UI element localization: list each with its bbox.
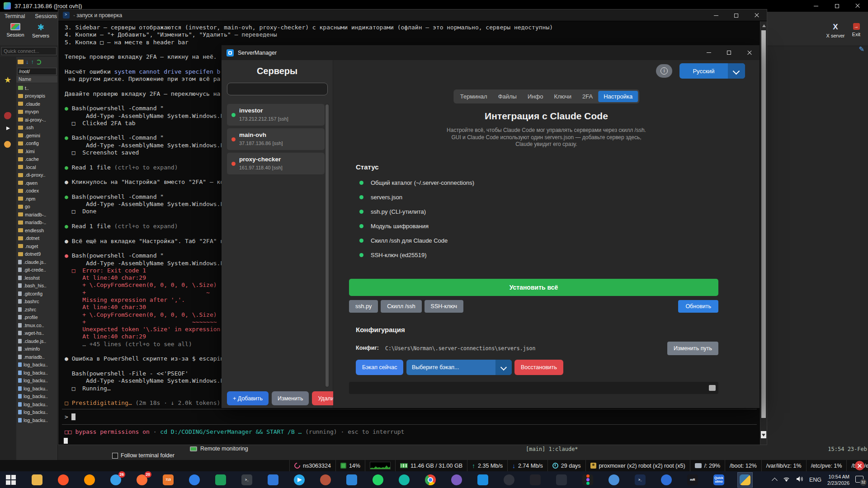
file-row[interactable]: .profile <box>16 314 57 322</box>
taskbar-icon-firefox-dev[interactable]: 20 <box>135 473 149 487</box>
change-path-button[interactable]: Изменить путь <box>667 342 718 355</box>
notification-dot-icon[interactable] <box>4 141 11 148</box>
file-row[interactable]: endlessh <box>16 226 57 235</box>
taskbar-icon-terminal-app[interactable]: >_ <box>240 473 254 487</box>
file-row[interactable]: log_backu.. <box>16 377 57 385</box>
scroll-down-icon[interactable] <box>761 431 766 438</box>
file-row[interactable]: myvpn <box>16 108 57 116</box>
taskbar-icon-viber[interactable] <box>449 473 464 487</box>
file-row[interactable]: mariadb-.. <box>16 211 57 219</box>
path-input[interactable] <box>17 68 57 75</box>
backup-select[interactable]: Выберите бэкап... <box>406 360 512 375</box>
file-row[interactable]: .viminfo <box>16 345 57 353</box>
info-button[interactable] <box>656 64 672 78</box>
file-row[interactable]: .dotnet <box>16 235 57 243</box>
sm-minimize-button[interactable] <box>698 45 719 60</box>
edit-pencil-icon[interactable]: ✎ <box>859 45 864 53</box>
file-row[interactable]: go <box>16 203 57 211</box>
maximize-button[interactable] <box>826 0 847 12</box>
file-row[interactable]: .bash_his.. <box>16 282 57 290</box>
scrollbar-thumb[interactable] <box>326 104 329 387</box>
terminal-minimize-button[interactable] <box>706 9 726 21</box>
file-row[interactable]: .wget-hs.. <box>16 329 57 338</box>
server-item-proxy-checker[interactable]: proxy-checker161.97.118.40 [ssh] <box>227 153 325 174</box>
file-row[interactable]: .local <box>16 163 57 171</box>
menu-terminal[interactable]: Terminal <box>5 13 25 19</box>
file-row[interactable]: .gitconfig <box>16 290 57 298</box>
sm-maximize-button[interactable] <box>719 45 739 60</box>
servers-button[interactable]: Servers <box>28 23 53 38</box>
taskbar-icon-figma[interactable] <box>580 473 595 487</box>
file-row[interactable]: t.. <box>16 84 57 92</box>
minimize-button[interactable] <box>806 0 826 12</box>
tab-Файлы[interactable]: Файлы <box>493 91 522 102</box>
taskbar-icon-chrome[interactable] <box>423 473 438 487</box>
file-row[interactable]: ai-proxy-.. <box>16 116 57 124</box>
file-row[interactable]: .claude.js.. <box>16 258 57 266</box>
file-row[interactable]: .di-proxy.. <box>16 171 57 179</box>
wifi-icon[interactable] <box>783 476 790 484</box>
quick-connect-input[interactable] <box>1 47 57 55</box>
scroll-up-icon[interactable] <box>762 24 766 27</box>
restore-button[interactable]: Восстановить <box>514 360 563 375</box>
tab-Инфо[interactable]: Инфо <box>522 91 548 102</box>
notifications-icon[interactable]: 32 <box>855 476 865 484</box>
taskbar-icon-edge-beta[interactable]: 26 <box>108 473 123 487</box>
taskbar-icon-teal-app[interactable] <box>397 473 411 487</box>
file-row[interactable]: .claude <box>16 100 57 108</box>
server-item-investor[interactable]: investor173.212.212.157 [ssh] <box>227 104 325 126</box>
file-row[interactable]: .config <box>16 140 57 148</box>
macros-icon[interactable] <box>4 112 11 119</box>
file-row[interactable]: .qwen <box>16 179 57 187</box>
follow-terminal-folder[interactable]: Follow terminal folder <box>112 452 175 459</box>
taskbar-icon-mremoteng[interactable]: mR <box>685 473 700 487</box>
component-button[interactable]: ssh.py <box>349 300 378 313</box>
file-row[interactable]: .bashrc <box>16 298 57 306</box>
server-list-scrollbar[interactable] <box>325 104 329 387</box>
file-row[interactable]: log_backu.. <box>16 400 57 408</box>
session-button[interactable]: Session <box>3 23 28 38</box>
taskbar-icon-firefox[interactable] <box>82 473 97 487</box>
tab-2FA[interactable]: 2FA <box>577 91 598 102</box>
taskbar-icon-brave[interactable] <box>56 473 71 487</box>
file-row[interactable]: log_backu.. <box>16 385 57 393</box>
taskbar-icon-powershell[interactable]: >_ <box>633 473 647 487</box>
taskbar-icon-ticker[interactable]: 715 <box>161 473 175 487</box>
file-row[interactable]: .claude.js.. <box>16 337 57 345</box>
file-row[interactable]: log_backu.. <box>16 393 57 401</box>
taskbar-icon-paint-app[interactable] <box>318 473 333 487</box>
server-search-input[interactable] <box>227 83 328 95</box>
volume-icon[interactable] <box>796 476 803 484</box>
name-column-header[interactable]: Name <box>16 76 57 83</box>
file-row[interactable]: .git-crede.. <box>16 266 57 274</box>
exit-button[interactable]: Exit <box>846 23 866 37</box>
taskbar-icon-chromium[interactable] <box>607 473 621 487</box>
server-item-main-ovh[interactable]: main-ovh37.187.136.86 [ssh] <box>227 128 325 150</box>
download-icon[interactable] <box>26 59 29 65</box>
terminal-close-button[interactable] <box>746 9 767 21</box>
component-button[interactable]: Скилл /ssh <box>381 300 421 313</box>
scrollbar-thumb[interactable] <box>761 30 766 418</box>
taskbar-icon-folder-app[interactable] <box>266 473 280 487</box>
close-button[interactable] <box>847 0 868 12</box>
file-row[interactable]: proxyapis <box>16 92 57 100</box>
file-row[interactable]: log_backu.. <box>16 416 57 424</box>
backup-now-button[interactable]: Бэкап сейчас <box>356 360 403 375</box>
remote-monitoring-button[interactable]: Remote monitoring <box>190 446 248 452</box>
favorites-star-icon[interactable] <box>4 76 12 84</box>
taskbar-icon-python[interactable] <box>738 473 752 487</box>
terminal-scrollbar[interactable] <box>760 21 767 445</box>
file-row[interactable]: .kimi <box>16 147 57 155</box>
refresh-button[interactable]: Обновить <box>678 300 718 313</box>
file-row[interactable]: mariadb-.. <box>16 219 57 227</box>
terminal-maximize-button[interactable] <box>726 9 746 21</box>
file-row[interactable]: .ssh <box>16 124 57 132</box>
file-row[interactable]: log_backu.. <box>16 361 57 369</box>
taskbar-icon-file-explorer[interactable] <box>30 473 44 487</box>
taskbar-icon-intellij[interactable] <box>528 473 542 487</box>
taskbar-icon-spreadsheet[interactable] <box>213 473 228 487</box>
folder-up-icon[interactable] <box>18 60 24 64</box>
language-dropdown[interactable]: Русский <box>679 63 745 79</box>
input-language[interactable]: ENG <box>809 477 821 483</box>
taskbar-icon-obs[interactable] <box>502 473 516 487</box>
